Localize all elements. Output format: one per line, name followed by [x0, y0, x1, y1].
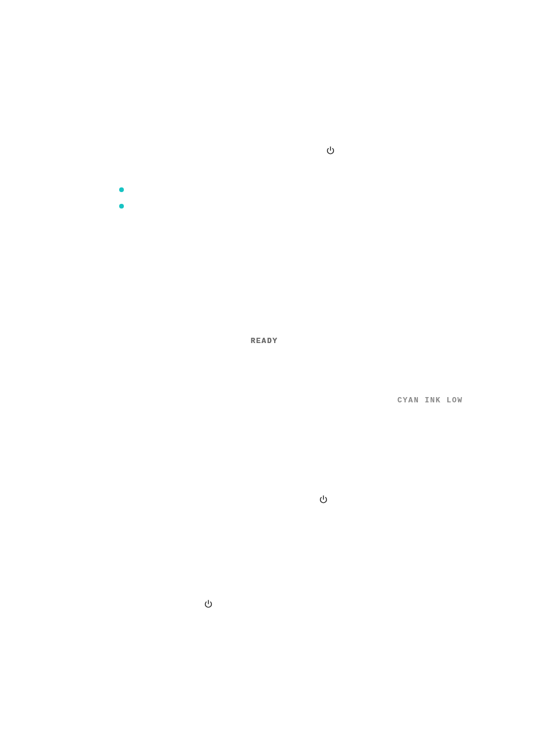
power-icon[interactable]: [326, 146, 335, 155]
status-warning: CYAN INK LOW: [397, 396, 463, 405]
indicator-dot: [119, 204, 124, 209]
status-ready: READY: [251, 337, 278, 345]
indicator-dot: [119, 187, 124, 192]
power-icon[interactable]: [319, 495, 328, 504]
power-icon[interactable]: [204, 599, 213, 609]
